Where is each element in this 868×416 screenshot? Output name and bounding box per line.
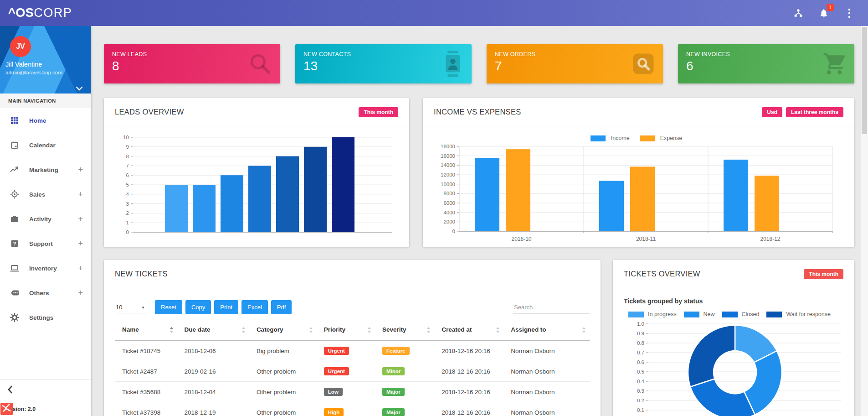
priority-badge: High	[324, 408, 344, 416]
table-row[interactable]: Ticket #373982018-12-19Other problemHigh…	[115, 402, 590, 416]
svg-text:0: 0	[126, 229, 129, 235]
table-header-row: NameDue dateCategoryPrioritySeverityCrea…	[115, 322, 590, 340]
search-icon	[247, 51, 273, 77]
stat-card-new-leads[interactable]: NEW LEADS8	[104, 44, 280, 83]
sidebar-item-activity[interactable]: Activity+	[0, 207, 91, 231]
sidebar-item-settings[interactable]: Settings	[0, 305, 91, 330]
legend-label: In progress	[648, 311, 677, 317]
sidebar-item-inventory[interactable]: Inventory+	[0, 256, 91, 281]
briefcase-icon	[9, 213, 20, 224]
sidebar-item-label: Sales	[29, 191, 45, 198]
stat-card-label: NEW CONTACTS	[303, 51, 463, 57]
priority-cell: High	[317, 402, 375, 416]
donut-chart-subtitle: Tickets grouped by status	[624, 297, 843, 305]
column-header-category[interactable]: Category	[249, 322, 317, 340]
svg-text:0.9: 0.9	[637, 331, 644, 336]
pdf-button[interactable]: Pdf	[271, 300, 292, 314]
assigned-to-cell: Norman Osborn	[503, 382, 590, 402]
svg-text:2018-11: 2018-11	[636, 236, 656, 242]
category-cell: Other problem	[249, 402, 317, 416]
copy-button[interactable]: Copy	[185, 300, 211, 314]
category-cell: Other problem	[249, 361, 317, 382]
severity-cell: Minor	[375, 361, 434, 382]
kebab-menu-icon[interactable]	[843, 7, 855, 19]
vertical-scrollbar[interactable]	[860, 26, 868, 416]
column-header-priority[interactable]: Priority	[317, 322, 375, 340]
svg-text:4000: 4000	[443, 210, 455, 215]
severity-badge: Major	[382, 388, 405, 396]
grid-icon	[9, 115, 20, 126]
this-month-badge[interactable]: This month	[804, 269, 843, 279]
svg-text:0.2: 0.2	[637, 398, 644, 403]
svg-text:0.4: 0.4	[637, 379, 645, 384]
severity-badge: Minor	[382, 367, 405, 375]
svg-text:6000: 6000	[443, 200, 455, 206]
contact-card-icon	[442, 50, 464, 78]
sidebar-item-others[interactable]: Others+	[0, 281, 91, 305]
stat-card-value: 13	[303, 59, 463, 73]
severity-badge: Major	[382, 408, 405, 416]
app-logo[interactable]: ^OSCORP	[8, 6, 72, 20]
svg-text:14000: 14000	[441, 162, 455, 168]
sort-icon	[169, 327, 174, 334]
stat-card-new-invoices[interactable]: NEW INVOICES6	[678, 44, 854, 83]
severity-cell: Feature	[375, 340, 434, 361]
column-label: Severity	[382, 326, 406, 333]
user-panel[interactable]: JV Jill Valentine admin@laravel-bap.com	[0, 26, 91, 94]
usd-badge[interactable]: Usd	[762, 107, 782, 117]
created-at-cell: 2018-12-16 20:16	[434, 382, 503, 402]
order-search-icon	[631, 52, 656, 76]
sidebar-item-support[interactable]: ?Support+	[0, 231, 91, 256]
sidebar-item-sales[interactable]: Sales+	[0, 182, 91, 207]
scrollbar-thumb[interactable]	[862, 27, 867, 134]
tickets-overview-panel: TICKETS OVERVIEW This month Tickets grou…	[613, 260, 854, 416]
tickets-status-donut-chart: 1.00.90.80.70.60.50.40.30.20.1	[624, 321, 843, 416]
sidebar-item-home[interactable]: Home	[0, 108, 91, 133]
table-row[interactable]: Ticket #356882018-12-04Other problemLowM…	[115, 382, 590, 402]
sidebar-item-label: Activity	[29, 216, 51, 223]
last-three-months-badge[interactable]: Last three months	[786, 107, 843, 117]
svg-text:6: 6	[126, 172, 129, 178]
sort-icon	[241, 327, 246, 334]
sidebar-item-marketing[interactable]: Marketing+	[0, 157, 91, 182]
page-size-select[interactable]: 10	[115, 302, 148, 313]
priority-cell: Urgent	[317, 361, 375, 382]
avatar: JV	[10, 36, 31, 57]
legend-swatch	[722, 312, 738, 317]
reset-button[interactable]: Reset	[155, 300, 182, 314]
network-icon[interactable]	[792, 7, 804, 19]
plus-icon: +	[78, 190, 83, 199]
svg-text:12000: 12000	[441, 172, 455, 177]
column-header-due-date[interactable]: Due date	[177, 322, 249, 340]
svg-text:18000: 18000	[441, 144, 455, 149]
trending-up-icon	[9, 164, 20, 175]
sort-icon	[582, 327, 586, 334]
column-header-name[interactable]: Name	[115, 322, 177, 340]
stat-card-new-contacts[interactable]: NEW CONTACTS13	[295, 44, 472, 83]
sidebar-item-calendar[interactable]: Calendar	[0, 133, 91, 157]
svg-text:1: 1	[126, 220, 129, 225]
panel-title: INCOME VS EXPENSES	[434, 108, 521, 116]
print-button[interactable]: Print	[214, 300, 238, 314]
sidebar-item-label: Support	[29, 240, 53, 247]
table-row[interactable]: Ticket #24872019-02-16Other problemUrgen…	[115, 361, 590, 382]
top-navbar: ^OSCORP 1	[0, 0, 868, 26]
legend-label: Wait for response	[786, 311, 831, 317]
excel-button[interactable]: Excel	[241, 300, 268, 314]
collapse-sidebar-icon[interactable]	[7, 385, 15, 394]
column-label: Due date	[185, 326, 211, 333]
svg-text:7: 7	[126, 163, 129, 168]
priority-badge: Low	[324, 388, 343, 396]
svg-text:2018-10: 2018-10	[511, 236, 531, 242]
svg-text:10000: 10000	[441, 182, 455, 187]
search-input[interactable]	[513, 301, 590, 314]
column-header-severity[interactable]: Severity	[375, 322, 434, 340]
this-month-badge[interactable]: This month	[359, 107, 398, 117]
table-row[interactable]: Ticket #187452018-12-06Big problemUrgent…	[115, 340, 590, 361]
notifications-bell-icon[interactable]: 1	[818, 7, 830, 19]
column-header-created-at[interactable]: Created at	[434, 322, 503, 340]
chevron-down-icon[interactable]	[76, 84, 85, 91]
column-header-assigned-to[interactable]: Assigned to	[503, 322, 590, 340]
panel-header: INCOME VS EXPENSES Usd Last three months	[423, 98, 854, 126]
stat-card-new-orders[interactable]: NEW ORDERS7	[487, 44, 663, 83]
